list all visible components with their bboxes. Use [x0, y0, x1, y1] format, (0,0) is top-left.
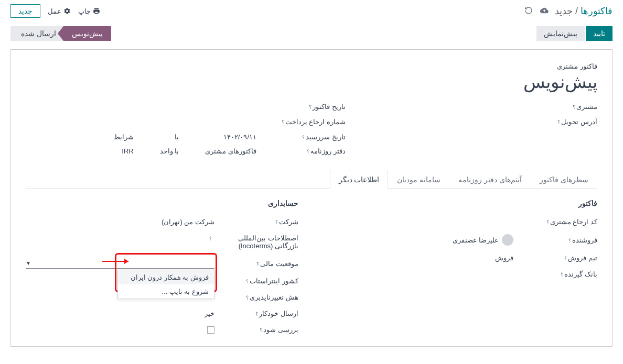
customer-ref-label: کد ارجاع مشتری؟ [519, 218, 597, 226]
tab-other-info[interactable]: اطلاعات دیگر [330, 171, 389, 189]
company-value[interactable]: شرکت من (تهران) [162, 218, 214, 226]
form-sheet: فاکتور مشتری پیش‌نویس مشتری؟ آدرس تحویل؟… [10, 49, 613, 347]
customer-label: مشتری؟ [534, 103, 597, 111]
breadcrumb: فاکتورها / جدید [555, 5, 613, 17]
print-button[interactable]: چاپ [78, 7, 100, 15]
due-date-value[interactable]: ۱۴۰۲/۰۹/۱۱ [223, 133, 256, 141]
journal-label: دفتر روزنامه؟ [283, 147, 346, 155]
cloud-upload-icon[interactable] [540, 6, 549, 16]
confirm-button[interactable]: تایید [586, 26, 613, 41]
status-draft[interactable]: پیش‌نویس [63, 26, 111, 41]
auto-post-label: ارسال خودکار؟ [220, 310, 298, 317]
sales-team-value[interactable]: فروش [495, 254, 513, 262]
undo-icon[interactable] [524, 6, 533, 16]
status-sent[interactable]: ارسال شده [10, 26, 63, 41]
seller-label: فروشنده؟ [519, 236, 597, 244]
status-bar: پیش‌نویس ارسال شده [10, 26, 111, 41]
tab-journal-items[interactable]: آیتم‌های دفتر روزنامه [449, 171, 531, 189]
avatar [502, 234, 513, 246]
breadcrumb-current: جدید [555, 6, 573, 16]
terms-with-label: با [175, 133, 179, 141]
auto-post-value[interactable]: خیر [205, 310, 214, 317]
delivery-address-label: آدرس تحویل؟ [534, 118, 597, 126]
new-button[interactable]: جدید [10, 4, 40, 18]
sales-team-label: تیم فروش؟ [519, 254, 597, 262]
invoice-section-title: فاکتور [330, 199, 597, 207]
fiscal-position-dropdown: فروش به همکار درون ایران شروع به تایپ ..… [117, 270, 214, 299]
to-check-checkbox[interactable] [207, 326, 214, 334]
terms-value[interactable]: شرایط [114, 133, 134, 141]
to-check-label: بررسی شود؟ [220, 326, 298, 334]
company-label: شرکت؟ [220, 218, 298, 226]
currency-value[interactable]: IRR [122, 147, 133, 155]
tab-moadian[interactable]: سامانه مودیان [388, 171, 449, 189]
dropdown-option[interactable]: فروش به همکار درون ایران [118, 270, 214, 284]
breadcrumb-root[interactable]: فاکتورها [581, 6, 613, 16]
due-date-label: تاریخ سررسید؟ [283, 133, 346, 141]
action-button[interactable]: عمل [48, 7, 71, 15]
tabs: سطرهای فاکتور آیتم‌های دفتر روزنامه ساما… [26, 171, 597, 189]
page-title: پیش‌نویس [26, 71, 597, 92]
intrastat-country-label: کشور اینتراستات؟ [220, 277, 298, 285]
preview-button[interactable]: پیش‌نمایش [536, 26, 585, 41]
journal-value[interactable]: فاکتورهای مشتری [205, 147, 256, 155]
seller-value[interactable]: علیرضا غضنفری [453, 236, 499, 244]
recipient-bank-label: بانک گیرنده؟ [519, 270, 597, 278]
accounting-section-title: حسابداری [26, 199, 298, 207]
tab-invoice-lines[interactable]: سطرهای فاکتور [531, 171, 597, 189]
payment-ref-label: شماره ارجاع پرداخت؟ [282, 118, 346, 126]
invoice-date-label: تاریخ فاکتور؟ [283, 103, 346, 111]
inalterability-label: هش تغییرناپذیری؟ [220, 293, 298, 301]
currency-with-label: با واحد [160, 147, 179, 155]
invoice-type-label: فاکتور مشتری [26, 62, 597, 70]
fiscal-position-input[interactable] [26, 258, 214, 269]
incoterms-label: اصطلاحات بین‌المللی بازرگانی (Incoterms)… [209, 234, 298, 250]
fiscal-position-label: موقعیت مالی؟ [220, 260, 298, 268]
dropdown-typing-hint[interactable]: شروع به تایپ ... [118, 284, 214, 299]
